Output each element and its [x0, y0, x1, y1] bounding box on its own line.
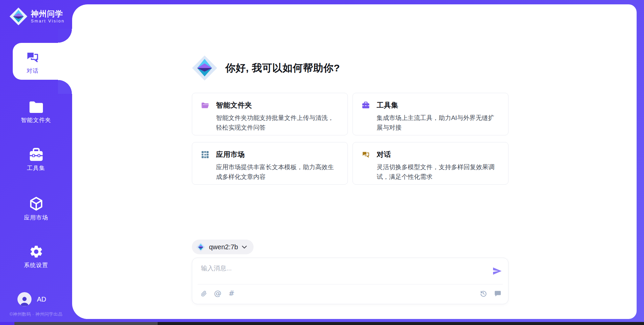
conversation-button[interactable] — [494, 290, 501, 297]
message-input[interactable] — [201, 264, 473, 281]
gear-icon — [29, 244, 44, 259]
sidebar: 神州问学 Smart Vision 对话 智能文件夹 工具集 应用市 — [0, 0, 72, 325]
person-icon — [19, 296, 30, 306]
sidebar-item-label: 对话 — [26, 67, 39, 75]
composer-divider — [198, 284, 503, 284]
send-button[interactable] — [492, 266, 502, 276]
chat-bubble-icon — [494, 290, 501, 297]
brand-subtitle: Smart Vision — [31, 19, 65, 23]
attach-file-button[interactable] — [201, 290, 207, 297]
card-description: 灵活切换多模型文件，支持多样回复效果调试，满足个性化需求 — [377, 162, 499, 182]
brand-gem-icon — [196, 243, 205, 252]
sidebar-item-label: 应用市场 — [24, 214, 48, 221]
avatar — [17, 292, 32, 306]
brand-gem-icon — [192, 55, 217, 81]
card-app-market[interactable]: 应用市场 应用市场提供丰富长文本模板，助力高效生成多样化文章内容 — [192, 142, 348, 185]
copyright-text: ©神州数码 · 神州问学出品 — [0, 311, 72, 317]
card-toolset[interactable]: 工具集 集成市场上主流工具，助力AI与外界无缝扩展与对接 — [353, 93, 508, 135]
card-smart-folder[interactable]: 智能文件夹 智能文件夹功能支持批量文件上传与清洗，轻松实现文件问答 — [192, 93, 348, 135]
model-selector[interactable]: qwen2:7b — [192, 240, 254, 254]
send-icon — [492, 266, 502, 276]
history-icon — [480, 290, 487, 297]
sidebar-item-app-market[interactable]: 应用市场 — [0, 196, 72, 221]
card-title: 应用市场 — [216, 150, 245, 159]
feature-cards: 智能文件夹 智能文件夹功能支持批量文件上传与清洗，轻松实现文件问答 工具集 集成… — [192, 93, 508, 185]
grid-icon — [201, 150, 209, 159]
card-chat[interactable]: 对话 灵活切换多模型文件，支持多样回复效果调试，满足个性化需求 — [353, 142, 508, 185]
toolbox-icon — [29, 148, 44, 162]
chat-icon — [362, 150, 370, 159]
sidebar-item-settings[interactable]: 系统设置 — [0, 244, 72, 269]
paperclip-icon — [201, 290, 207, 297]
card-title: 智能文件夹 — [216, 101, 252, 110]
briefcase-icon — [362, 101, 370, 110]
sidebar-item-toolset[interactable]: 工具集 — [0, 148, 72, 172]
user-profile[interactable]: AD — [17, 292, 46, 306]
tab-fillet-bottom — [58, 80, 72, 94]
model-name: qwen2:7b — [209, 243, 238, 251]
sidebar-item-smart-folder[interactable]: 智能文件夹 — [0, 101, 72, 124]
folder-icon — [29, 101, 44, 114]
greeting-title: 你好, 我可以如何帮助你? — [225, 61, 340, 75]
sidebar-item-chat[interactable]: 对话 — [13, 43, 72, 80]
mention-button[interactable]: @ — [214, 290, 221, 297]
card-description: 应用市场提供丰富长文本模板，助力高效生成多样化文章内容 — [216, 162, 339, 182]
history-button[interactable] — [480, 290, 487, 297]
card-title: 工具集 — [377, 101, 398, 110]
card-description: 智能文件夹功能支持批量文件上传与清洗，轻松实现文件问答 — [216, 113, 339, 132]
chat-icon — [25, 50, 40, 64]
window-bottom-edge — [0, 322, 644, 325]
user-name: AD — [37, 296, 46, 303]
chevron-down-icon — [242, 246, 247, 249]
brand-logo: 神州问学 Smart Vision — [9, 7, 65, 25]
sidebar-item-label: 智能文件夹 — [21, 116, 51, 124]
brand-title: 神州问学 — [31, 9, 65, 18]
sidebar-item-label: 系统设置 — [24, 261, 48, 269]
brand-gem-icon — [9, 7, 28, 25]
topic-button[interactable]: # — [228, 290, 234, 297]
message-composer: @ # — [192, 258, 508, 304]
folder-open-icon — [201, 101, 209, 110]
card-title: 对话 — [377, 150, 391, 159]
card-description: 集成市场上主流工具，助力AI与外界无缝扩展与对接 — [377, 113, 499, 132]
greeting-row: 你好, 我可以如何帮助你? — [192, 55, 340, 81]
main-content-panel: 你好, 我可以如何帮助你? 智能文件夹 智能文件夹功能支持批量文件上传与清洗，轻… — [72, 4, 637, 319]
tab-fillet-top — [58, 29, 72, 43]
sidebar-item-label: 工具集 — [27, 164, 45, 172]
cube-icon — [29, 196, 44, 211]
